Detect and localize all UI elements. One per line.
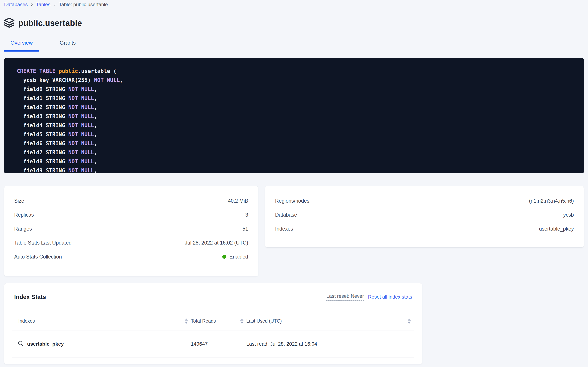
column-label: Last Used (UTC) [246,318,282,324]
stat-value: usertable_pkey [539,226,574,232]
stat-row-ranges: Ranges 51 [14,222,248,236]
stat-value: (n1,n2,n3,n4,n5,n6) [529,198,574,204]
last-used-value: Last read: Jul 28, 2022 at 16:04 [246,330,414,358]
page-header: public.usertable [3,17,82,29]
index-stats-title: Index Stats [14,294,46,300]
stat-value: 51 [242,226,248,232]
stat-row-stats-updated: Table Stats Last Updated Jul 28, 2022 at… [14,236,248,250]
index-link-usertable-pkey[interactable]: usertable_pkey [12,340,191,348]
column-label: Indexes [18,318,35,324]
stat-row-indexes: Indexes usertable_pkey [275,222,574,236]
create-table-sql-block: CREATE TABLE public.usertable ( ycsb_key… [4,58,584,173]
table-header-row: Indexes Total Reads Last Used (UTC) [12,313,414,330]
index-stats-table: Indexes Total Reads Last Used (UTC) [12,313,414,358]
page-title: public.usertable [18,18,82,28]
stat-row-size: Size 40.2 MiB [14,194,248,208]
search-icon [17,340,24,348]
last-reset-text: Last reset: Never [326,293,364,301]
stat-label: Indexes [275,226,293,232]
stat-row-replicas: Replicas 3 [14,208,248,222]
sort-icon [240,318,243,324]
stat-value: 40.2 MiB [228,198,248,204]
tab-grants-label: Grants [60,40,76,46]
sort-icon [408,318,411,324]
tab-grants[interactable]: Grants [53,37,82,51]
breadcrumb-current: Table: public.usertable [59,2,108,7]
breadcrumb-link-tables[interactable]: Tables [36,2,50,7]
status-badge: Enabled [222,254,248,260]
tab-overview[interactable]: Overview [4,37,40,51]
stat-row-database: Database ycsb [275,208,574,222]
total-reads-value: 149647 [191,330,246,358]
tab-overview-label: Overview [10,40,33,46]
stat-value: ycsb [563,212,574,218]
stat-value: Jul 28, 2022 at 16:02 (UTC) [185,240,248,246]
column-header-total-reads[interactable]: Total Reads [191,313,246,330]
sort-icon [185,318,188,324]
chevron-right-icon [30,3,33,6]
stat-label: Table Stats Last Updated [14,240,72,246]
table-row: usertable_pkey 149647 Last read: Jul 28,… [12,330,414,358]
stat-row-auto-stats: Auto Stats Collection Enabled [14,250,248,264]
breadcrumb-link-databases[interactable]: Databases [4,2,28,7]
index-name: usertable_pkey [27,341,64,347]
table-location-card: Regions/nodes (n1,n2,n3,n4,n5,n6) Databa… [265,186,584,248]
column-header-last-used[interactable]: Last Used (UTC) [246,313,414,330]
layers-icon [3,17,15,29]
stat-label: Database [275,212,297,218]
stat-label: Ranges [14,226,32,232]
index-stats-card: Index Stats Last reset: Never Reset all … [4,283,422,364]
reset-index-stats-link[interactable]: Reset all index stats [368,294,412,300]
index-stats-header: Index Stats Last reset: Never Reset all … [14,293,412,301]
stat-label: Size [14,198,24,204]
stat-row-regions: Regions/nodes (n1,n2,n3,n4,n5,n6) [275,194,574,208]
stat-label: Auto Stats Collection [14,254,62,260]
stat-label: Regions/nodes [275,198,309,204]
table-details-card: Size 40.2 MiB Replicas 3 Ranges 51 Table… [4,186,258,276]
column-label: Total Reads [191,318,216,324]
tab-bar: Overview Grants [4,37,82,51]
status-dot-icon [222,255,226,259]
stat-label: Replicas [14,212,34,218]
breadcrumb: Databases Tables Table: public.usertable [4,2,108,7]
tabbar-divider [0,51,588,51]
index-stats-controls: Last reset: Never Reset all index stats [326,293,412,301]
chevron-right-icon [53,3,56,6]
column-header-indexes[interactable]: Indexes [12,313,191,330]
stat-value: 3 [245,212,248,218]
